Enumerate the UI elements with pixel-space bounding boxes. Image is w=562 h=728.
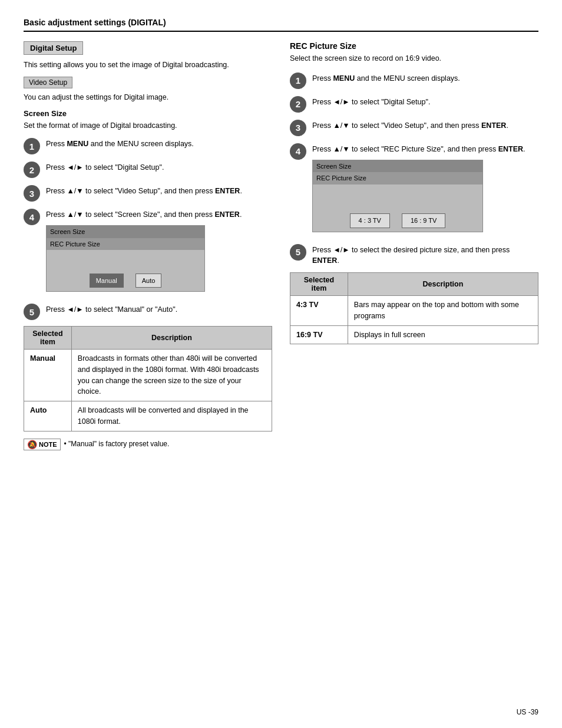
- right-menu-row2: REC Picture Size: [313, 172, 482, 185]
- left-step-5: 5 Press ◄/► to select "Manual" or "Auto"…: [24, 302, 272, 320]
- left-table-col2: Description: [71, 327, 272, 350]
- page-header-title: Basic adjustment settings (DIGITAL): [24, 18, 166, 27]
- left-data-table: Selected item Description Manual Broadca…: [24, 326, 272, 431]
- right-table-col1: Selected item: [290, 273, 348, 296]
- right-step-5: 5 Press ◄/► to select the desired pictur…: [290, 243, 538, 267]
- left-step-2: 2 Press ◄/► to select "Digital Setup".: [24, 160, 272, 178]
- digital-setup-title: Digital Setup: [24, 41, 83, 55]
- left-menu-row1: Screen Size: [47, 226, 204, 238]
- left-table: Selected item Description Manual Broadca…: [24, 326, 272, 431]
- left-step-2-number: 2: [24, 162, 40, 178]
- video-setup-label: Video Setup: [24, 77, 72, 88]
- right-step-3-number: 3: [290, 120, 306, 136]
- left-step-1: 1 Press MENU and the MENU screen display…: [24, 137, 272, 154]
- left-menu-option2: Auto: [135, 274, 162, 288]
- right-table-desc-2: Displays in full screen: [348, 325, 538, 344]
- left-column: Digital Setup This setting allows you to…: [24, 41, 272, 450]
- video-setup-desc: You can adjust the settings for Digital …: [24, 92, 272, 103]
- right-table-item-1: 4:3 TV: [290, 296, 348, 326]
- left-step-1-number: 1: [24, 138, 40, 154]
- right-step-4: 4 Press ▲/▼ to select "REC Picture Size"…: [290, 142, 538, 237]
- left-table-desc-2: All broadcasts will be converted and dis…: [71, 401, 272, 431]
- right-step-5-text: Press ◄/► to select the desired picture …: [312, 243, 538, 267]
- right-table-col2: Description: [348, 273, 538, 296]
- two-column-layout: Digital Setup This setting allows you to…: [24, 41, 538, 450]
- right-data-table: Selected item Description 4:3 TV Bars ma…: [290, 272, 538, 344]
- left-step-3: 3 Press ▲/▼ to select "Video Setup", and…: [24, 184, 272, 202]
- digital-setup-desc: This setting allows you to set the image…: [24, 60, 272, 71]
- left-step-3-number: 3: [24, 185, 40, 202]
- right-menu-option2: 16 : 9 TV: [402, 213, 445, 228]
- left-table-desc-1: Broadcasts in formats other than 480i wi…: [71, 350, 272, 401]
- right-table-item-2: 16:9 TV: [290, 325, 348, 344]
- screen-size-desc: Set the format of image of Digital broad…: [24, 120, 272, 131]
- right-step-1-number: 1: [290, 73, 306, 89]
- page-header: Basic adjustment settings (DIGITAL): [24, 18, 538, 32]
- right-step-2-number: 2: [290, 96, 306, 113]
- right-step-1-text: Press MENU and the MENU screen displays.: [312, 71, 460, 84]
- right-step-1: 1 Press MENU and the MENU screen display…: [290, 71, 538, 89]
- left-step-2-text: Press ◄/► to select "Digital Setup".: [46, 160, 164, 173]
- right-menu-row1: Screen Size: [313, 160, 482, 173]
- right-step-4-text: Press ▲/▼ to select "REC Picture Size", …: [312, 142, 525, 237]
- left-menu-option1: Manual: [90, 274, 124, 288]
- left-step-4-number: 4: [24, 209, 40, 225]
- note-text: • "Manual" is factory preset value.: [64, 439, 170, 449]
- left-step-5-text: Press ◄/► to select "Manual" or "Auto".: [46, 302, 177, 315]
- table-row: 16:9 TV Displays in full screen: [290, 325, 538, 344]
- note-symbol: 🔕: [27, 440, 37, 449]
- right-step-3: 3 Press ▲/▼ to select "Video Setup", and…: [290, 118, 538, 136]
- left-step-3-text: Press ▲/▼ to select "Video Setup", and t…: [46, 184, 242, 197]
- left-step-4: 4 Press ▲/▼ to select "Screen Size", and…: [24, 207, 272, 297]
- right-step-4-number: 4: [290, 143, 306, 160]
- note-icon: 🔕 NOTE: [24, 439, 61, 450]
- left-step-4-text: Press ▲/▼ to select "Screen Size", and t…: [46, 207, 242, 297]
- screen-size-heading: Screen Size: [24, 109, 272, 118]
- right-step-2-text: Press ◄/► to select "Digital Setup".: [312, 95, 430, 108]
- right-menu-mockup: Screen Size REC Picture Size 4 : 3 TV 16…: [312, 160, 483, 232]
- right-column: REC Picture Size Select the screen size …: [290, 41, 538, 450]
- left-step-5-number: 5: [24, 304, 40, 320]
- left-table-item-1: Manual: [24, 350, 72, 401]
- right-table-desc-1: Bars may appear on the top and bottom wi…: [348, 296, 538, 326]
- note-label: NOTE: [39, 441, 57, 448]
- left-menu-row2: REC Picture Size: [47, 238, 204, 251]
- table-row: Auto All broadcasts will be converted an…: [24, 401, 272, 431]
- left-table-col1: Selected item: [24, 327, 72, 350]
- rec-picture-size-heading: REC Picture Size: [290, 41, 538, 51]
- note-section: 🔕 NOTE • "Manual" is factory preset valu…: [24, 439, 272, 450]
- right-table: Selected item Description 4:3 TV Bars ma…: [290, 272, 538, 344]
- table-row: 4:3 TV Bars may appear on the top and bo…: [290, 296, 538, 326]
- left-step-1-text: Press MENU and the MENU screen displays.: [46, 137, 194, 150]
- left-menu-content: Manual Auto: [47, 250, 204, 291]
- left-table-item-2: Auto: [24, 401, 72, 431]
- rec-picture-size-desc: Select the screen size to record on 16:9…: [290, 53, 538, 64]
- right-step-2: 2 Press ◄/► to select "Digital Setup".: [290, 95, 538, 113]
- page-number: US -39: [517, 708, 538, 716]
- right-step-3-text: Press ▲/▼ to select "Video Setup", and t…: [312, 118, 508, 131]
- right-step-5-number: 5: [290, 244, 306, 261]
- left-menu-mockup: Screen Size REC Picture Size Manual Auto: [46, 225, 205, 292]
- right-menu-option1: 4 : 3 TV: [350, 213, 390, 228]
- table-row: Manual Broadcasts in formats other than …: [24, 350, 272, 401]
- right-menu-content: 4 : 3 TV 16 : 9 TV: [313, 185, 482, 232]
